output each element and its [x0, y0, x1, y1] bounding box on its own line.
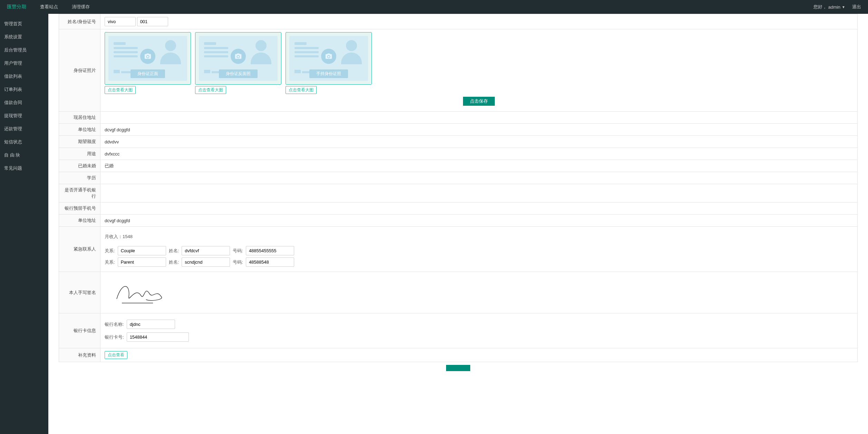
label-purpose: 用途 — [59, 148, 100, 160]
id-card-front-wrap: 身份证正面 点击查看大图 — [105, 32, 191, 94]
view-large-hand[interactable]: 点击查看大图 — [286, 86, 317, 94]
label-name-id: 姓名/身份证号 — [59, 14, 100, 29]
view-large-front[interactable]: 点击查看大图 — [105, 86, 136, 94]
id-card-hand-wrap: 手持身份证照 点击查看大图 — [286, 32, 372, 94]
value-purpose: dvfxccc — [100, 148, 858, 160]
bank-name-input[interactable] — [127, 320, 175, 329]
id-caption-hand: 手持身份证照 — [309, 69, 348, 78]
label-signature: 本人手写签名 — [59, 272, 100, 313]
phone-input-1[interactable] — [246, 246, 294, 255]
id-card-hand[interactable]: 手持身份证照 — [286, 32, 372, 85]
value-current-address — [100, 112, 858, 124]
label-emergency: 紧急联系人 — [59, 227, 100, 272]
main-content: 姓名/身份证号 身份证照片 — [48, 14, 868, 434]
id-card-back-wrap: 身份证反面照 点击查看大图 — [195, 32, 281, 94]
value-marital: 已婚 — [100, 160, 858, 172]
topbar-right: 您好， admin ▼ 退出 — [813, 4, 861, 10]
bottom-save-button[interactable] — [446, 365, 470, 371]
value-company-address: dcvgf dcggfd — [100, 124, 858, 136]
contact-row-1: 关系: 姓名: 号码: — [105, 246, 853, 255]
phone-label-1: 号码: — [233, 248, 243, 254]
label-bank-card: 银行卡信息 — [59, 313, 100, 348]
monthly-income-value: 1548 — [123, 234, 133, 239]
id-card-front[interactable]: 身份证正面 — [105, 32, 191, 85]
sidebar-item-system[interactable]: 系统设置 — [0, 30, 48, 44]
monthly-income-label: 月收入： — [105, 234, 123, 239]
label-company-address: 单位地址 — [59, 124, 100, 136]
id-placeholder-icon: 身份证正面 — [108, 36, 187, 81]
name-label-2: 姓名: — [169, 259, 179, 265]
username: admin — [828, 4, 840, 10]
camera-icon — [231, 49, 246, 64]
name-input-2[interactable] — [182, 257, 230, 267]
bank-card-label: 银行卡号: — [105, 334, 124, 340]
phone-label-2: 号码: — [233, 259, 243, 265]
bank-card-row: 银行卡号: — [105, 332, 853, 342]
sidebar-item-users[interactable]: 用户管理 — [0, 57, 48, 70]
relation-input-1[interactable] — [118, 246, 166, 255]
sidebar-item-admin[interactable]: 后台管理员 — [0, 44, 48, 57]
input-name[interactable] — [105, 17, 136, 26]
form-table: 姓名/身份证号 身份证照片 — [59, 14, 858, 362]
view-extra-button[interactable]: 点击查看 — [105, 351, 127, 359]
value-mobile-bank — [100, 184, 858, 202]
camera-icon — [321, 49, 336, 64]
id-photos-row: 身份证正面 点击查看大图 — [105, 32, 853, 94]
sidebar-item-faq[interactable]: 常见问题 — [0, 162, 48, 175]
sidebar-item-repayment[interactable]: 还款管理 — [0, 122, 48, 135]
sidebar-item-sms[interactable]: 短信状态 — [0, 135, 48, 149]
label-company-address2: 单位地址 — [59, 215, 100, 227]
label-marital: 已婚未婚 — [59, 160, 100, 172]
id-placeholder-icon: 手持身份证照 — [289, 36, 368, 81]
sidebar-item-contracts[interactable]: 借款合同 — [0, 96, 48, 109]
bank-card-input[interactable] — [127, 332, 189, 342]
sidebar-item-home[interactable]: 管理首页 — [0, 17, 48, 30]
contact-row-2: 关系: 姓名: 号码: — [105, 257, 853, 267]
id-card-back[interactable]: 身份证反面照 — [195, 32, 281, 85]
sidebar-item-orders[interactable]: 订单列表 — [0, 83, 48, 96]
topbar-left: 匯豐分期 查看站点 清理缓存 — [7, 4, 90, 10]
label-id-photos: 身份证照片 — [59, 29, 100, 112]
greeting: 您好， — [813, 4, 827, 10]
label-bank-phone: 银行预留手机号 — [59, 202, 100, 215]
label-education: 学历 — [59, 172, 100, 184]
name-label-1: 姓名: — [169, 248, 179, 254]
value-education — [100, 172, 858, 184]
label-mobile-bank: 是否开通手机银行 — [59, 184, 100, 202]
camera-icon — [140, 49, 155, 64]
id-caption-back: 身份证反面照 — [219, 69, 258, 78]
label-expected-amount: 期望额度 — [59, 136, 100, 148]
value-bank-phone — [100, 202, 858, 215]
sidebar-item-freeblock[interactable]: 自 由 块 — [0, 149, 48, 162]
input-idno[interactable] — [137, 17, 168, 26]
sidebar-item-loans[interactable]: 借款列表 — [0, 70, 48, 83]
nav-clear-cache[interactable]: 清理缓存 — [72, 4, 90, 10]
value-expected-amount: ddvdvv — [100, 136, 858, 148]
logout-link[interactable]: 退出 — [852, 4, 861, 10]
id-placeholder-icon: 身份证反面照 — [199, 36, 278, 81]
phone-input-2[interactable] — [246, 257, 294, 267]
user-dropdown[interactable]: 您好， admin ▼ — [813, 4, 845, 10]
save-photos-button[interactable]: 点击保存 — [463, 97, 495, 106]
caret-down-icon: ▼ — [842, 5, 845, 9]
relation-input-2[interactable] — [118, 257, 166, 267]
brand[interactable]: 匯豐分期 — [7, 4, 26, 10]
relation-label-1: 关系: — [105, 248, 115, 254]
topbar: 匯豐分期 查看站点 清理缓存 您好， admin ▼ 退出 — [0, 0, 868, 14]
label-extra: 补充资料 — [59, 348, 100, 362]
bank-name-label: 银行名称: — [105, 321, 124, 328]
monthly-income: 月收入：1548 — [105, 234, 853, 240]
value-company-address2: dcvgf dcggfd — [100, 215, 858, 227]
label-current-address: 现居住地址 — [59, 112, 100, 124]
name-input-1[interactable] — [182, 246, 230, 255]
relation-label-2: 关系: — [105, 259, 115, 265]
nav-view-site[interactable]: 查看站点 — [40, 4, 58, 10]
sidebar: 管理首页 系统设置 后台管理员 用户管理 借款列表 订单列表 借款合同 提现管理… — [0, 14, 48, 434]
id-caption-front: 身份证正面 — [131, 69, 165, 78]
bank-name-row: 银行名称: — [105, 320, 853, 329]
signature-image — [105, 275, 853, 310]
sidebar-item-withdraw[interactable]: 提现管理 — [0, 109, 48, 122]
view-large-back[interactable]: 点击查看大图 — [195, 86, 226, 94]
